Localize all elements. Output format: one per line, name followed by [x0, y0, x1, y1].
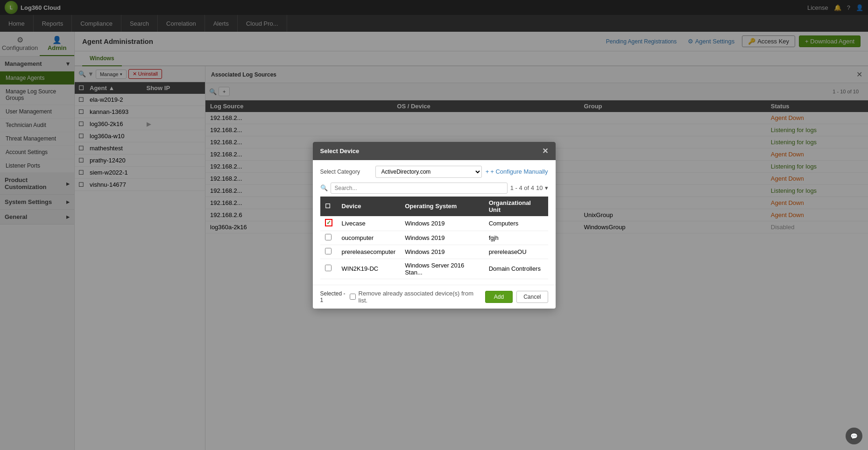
os-col-header: Operating System	[400, 197, 484, 216]
category-label: Select Category	[320, 169, 372, 175]
remove-associated-checkbox[interactable]	[350, 294, 356, 300]
chat-icon: 💬	[850, 433, 858, 440]
livecase-device: Livecase	[337, 216, 401, 231]
modal-search-icon: 🔍	[320, 184, 328, 191]
oucomputer-ou: fgjh	[484, 231, 548, 245]
selected-count: Selected - 1	[320, 290, 350, 303]
plus-icon: +	[486, 168, 489, 175]
prereleasecomputer-device: prereleasecomputer	[337, 245, 401, 259]
modal-footer-right: Remove already associated device(s) from…	[350, 290, 548, 304]
add-button[interactable]: Add	[485, 291, 513, 303]
prereleasecomputer-checkbox[interactable]	[325, 248, 332, 254]
modal-body: Select Category ActiveDirectory.com + + …	[313, 160, 556, 285]
configure-manually-link[interactable]: + + Configure Manually	[486, 168, 548, 175]
modal-close-button[interactable]: ✕	[542, 147, 548, 155]
remove-associated-label: Remove already associated device(s) from…	[359, 290, 481, 304]
per-page: 10	[536, 184, 543, 191]
modal-header: Select Device ✕	[313, 142, 556, 160]
win2k19dc-os: Windows Server 2016 Stan...	[400, 259, 484, 279]
select-all-th[interactable]: ☐	[320, 197, 337, 216]
remove-checkbox-row: Remove already associated device(s) from…	[350, 290, 481, 304]
device-col-header: Device	[337, 197, 401, 216]
prereleasecomputer-os: Windows 2019	[400, 245, 484, 259]
livecase-os: Windows 2019	[400, 216, 484, 231]
chat-bubble[interactable]: 💬	[846, 428, 862, 444]
modal-table-header: ☐ Device Operating System Organizational…	[320, 197, 548, 216]
per-page-dropdown[interactable]: ▾	[545, 184, 548, 191]
category-select[interactable]: ActiveDirectory.com	[375, 166, 482, 178]
modal-row-oucomputer[interactable]: oucomputer Windows 2019 fgjh	[320, 231, 548, 245]
modal-search-input[interactable]	[331, 183, 508, 194]
oucomputer-device: oucomputer	[337, 231, 401, 245]
category-row: Select Category ActiveDirectory.com + + …	[320, 166, 548, 178]
oucomputer-os: Windows 2019	[400, 231, 484, 245]
modal-footer: Selected - 1 Remove already associated d…	[313, 285, 556, 309]
win2k19dc-ou: Domain Controllers	[484, 259, 548, 279]
modal-pagination: 1 - 4 of 4 10 ▾	[510, 184, 548, 191]
modal-row-win2k19dc[interactable]: WIN2K19-DC Windows Server 2016 Stan... D…	[320, 259, 548, 279]
cancel-button[interactable]: Cancel	[516, 291, 548, 303]
ou-col-header: Organizational Unit	[484, 197, 548, 216]
modal-search-row: 🔍 1 - 4 of 4 10 ▾	[320, 183, 548, 194]
oucomputer-checkbox[interactable]	[325, 234, 332, 240]
win2k19dc-device: WIN2K19-DC	[337, 259, 401, 279]
modal-row-livecase[interactable]: Livecase Windows 2019 Computers	[320, 216, 548, 231]
pagination-text: 1 - 4 of 4	[510, 184, 534, 191]
modal-title: Select Device	[320, 148, 360, 155]
livecase-checkbox[interactable]	[325, 219, 332, 226]
modal-overlay: Select Device ✕ Select Category ActiveDi…	[0, 0, 868, 450]
modal-row-prereleasecomputer[interactable]: prereleasecomputer Windows 2019 prerelea…	[320, 245, 548, 259]
select-device-modal: Select Device ✕ Select Category ActiveDi…	[313, 142, 556, 309]
livecase-ou: Computers	[484, 216, 548, 231]
prereleasecomputer-ou: prereleaseOU	[484, 245, 548, 259]
win2k19dc-checkbox[interactable]	[325, 265, 332, 271]
modal-table: ☐ Device Operating System Organizational…	[320, 197, 548, 279]
